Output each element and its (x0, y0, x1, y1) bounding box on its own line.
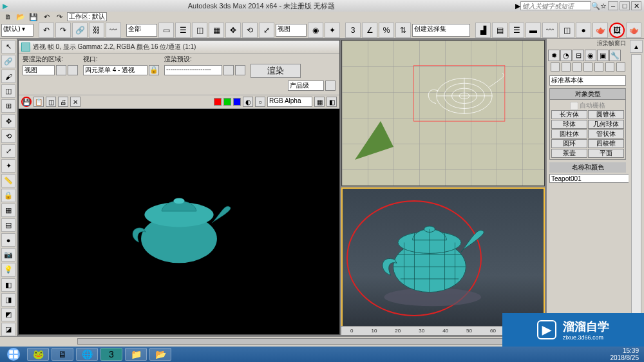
task-explorer-icon[interactable]: 🖥 (52, 348, 73, 361)
autogrid-checkbox[interactable] (570, 102, 578, 110)
primitive-button-2[interactable]: 球体 (551, 120, 587, 129)
lights-icon[interactable] (573, 62, 582, 71)
link-button[interactable]: 🔗 (72, 23, 88, 38)
object-type-header[interactable]: 对象类型 (550, 89, 625, 100)
angle-snap-button[interactable]: ∠ (362, 23, 377, 38)
panel-scrollbar[interactable] (631, 54, 641, 322)
bind-spacewarp-button[interactable]: 〰 (106, 23, 121, 38)
clear-button[interactable]: ✕ (70, 97, 80, 107)
misc1-icon[interactable]: ◧ (1, 278, 15, 292)
primitive-button-1[interactable]: 圆锥体 (588, 110, 624, 119)
iterative-icon[interactable] (325, 81, 336, 91)
curve-editor-button[interactable]: 〰 (542, 23, 558, 38)
unlink-button[interactable]: ⛓ (89, 23, 104, 38)
misc4-icon[interactable]: ◪ (1, 323, 15, 336)
save-icon[interactable]: 💾 (28, 12, 39, 22)
infocenter-arrow-icon[interactable]: ▶ (515, 2, 520, 10)
env-icon[interactable] (235, 65, 245, 75)
region-auto-button[interactable] (56, 65, 66, 75)
material-editor-button[interactable]: ● (576, 23, 591, 38)
system-clock[interactable]: 15:39 2018/8/25 (611, 347, 642, 361)
mirror-button[interactable]: ▟ (475, 23, 491, 38)
start-button[interactable] (3, 347, 24, 361)
spacewarps-icon[interactable] (605, 62, 614, 71)
layer-manager-button[interactable]: ☰ (509, 23, 524, 38)
scroll-up-icon[interactable]: ▲ (630, 40, 643, 53)
select-rotate-button[interactable]: ⟲ (242, 23, 258, 38)
r-channel-button[interactable] (214, 98, 222, 106)
area-to-render-dropdown[interactable]: 视图 (23, 65, 55, 75)
monochrome-button[interactable]: ○ (255, 97, 265, 107)
select-object-button[interactable]: ▭ (158, 23, 174, 38)
ref-coord-dropdown[interactable]: 视图 (276, 24, 307, 37)
camera-icon[interactable]: 📷 (1, 248, 15, 262)
redo-icon[interactable]: ↷ (54, 12, 64, 22)
render-window-tab-label[interactable]: 渲染帧窗口 (547, 39, 629, 48)
name-color-header[interactable]: 名称和颜色 (549, 162, 626, 173)
misc3-icon[interactable]: ◩ (1, 308, 15, 321)
render-button[interactable]: 渲染 (251, 64, 301, 78)
rotate-tool-icon[interactable]: ⟲ (1, 129, 15, 143)
percent-snap-button[interactable]: % (379, 23, 394, 38)
paint-tool-icon[interactable]: 🖌 (1, 70, 15, 83)
primitive-button-5[interactable]: 管状体 (588, 129, 624, 138)
ribbon-toggle-button[interactable]: ▬ (526, 23, 541, 38)
subcategory-dropdown[interactable]: 标准基本体 (549, 75, 626, 86)
close-button[interactable]: ✕ (631, 1, 641, 10)
clone-window-button[interactable]: ◫ (46, 97, 56, 107)
copy-image-button[interactable]: 📋 (33, 97, 44, 107)
task-folder-icon[interactable]: 📂 (149, 348, 171, 361)
undo-icon[interactable]: ↶ (41, 12, 52, 22)
display-tab[interactable]: ▣ (597, 50, 609, 61)
geometry-icon[interactable] (551, 62, 560, 71)
select-manipulate-button[interactable]: ✦ (325, 23, 340, 38)
region-edit-button[interactable] (68, 65, 78, 75)
render-production-button[interactable]: 🫖 (626, 23, 641, 38)
lock-selection-icon[interactable]: 🔒 (1, 189, 15, 202)
minimize-button[interactable]: – (608, 1, 618, 10)
motion-tab[interactable]: ◉ (585, 50, 596, 61)
named-selset-dropdown[interactable]: 创建选择集 (412, 24, 470, 37)
maximize-button[interactable]: □ (620, 1, 630, 10)
window-crossing-button[interactable]: ▦ (209, 23, 224, 38)
channel-dropdown[interactable]: RGB Alpha (267, 97, 312, 107)
schematic-view-button[interactable]: ◫ (559, 23, 574, 38)
task-chrome-icon[interactable]: 🌐 (76, 348, 98, 361)
viewport-lock-button[interactable]: 🔒 (149, 65, 159, 75)
signin-icon[interactable]: ☆ (600, 2, 607, 10)
region-tool-icon[interactable]: ◫ (1, 84, 15, 98)
snap-tool-icon[interactable]: ⊞ (1, 99, 15, 113)
manip-tool-icon[interactable]: ✦ (1, 159, 15, 173)
render-setup-icon[interactable] (223, 65, 234, 75)
g-channel-button[interactable] (223, 98, 231, 106)
selection-set-dropdown[interactable]: (默认) ▾ (1, 24, 33, 37)
systems-icon[interactable] (616, 62, 625, 71)
pivot-center-button[interactable]: ◉ (308, 23, 323, 38)
render-preset-dropdown[interactable]: --------------------- (164, 65, 222, 75)
viewport-dropdown[interactable]: 四元菜单 4 - 透视 (83, 65, 147, 75)
render-frame-window-button[interactable]: 🖼 (609, 23, 625, 38)
select-by-name-button[interactable]: ☰ (175, 23, 191, 38)
open-icon[interactable]: 📂 (15, 12, 26, 22)
new-icon[interactable]: 🗎 (3, 12, 13, 22)
cameras-icon[interactable] (583, 62, 592, 71)
align-icon[interactable]: ▤ (1, 218, 15, 232)
production-dropdown[interactable]: 产品级 (288, 81, 324, 91)
misc2-icon[interactable]: ◨ (1, 293, 15, 307)
b-channel-button[interactable] (233, 98, 241, 106)
task-files-icon[interactable]: 📁 (125, 348, 147, 361)
redo-button[interactable]: ↷ (55, 23, 71, 38)
search-icon[interactable]: 🔍 (591, 2, 600, 10)
create-tab[interactable]: ✹ (548, 50, 560, 61)
object-name-input[interactable] (549, 174, 629, 183)
primitive-button-3[interactable]: 几何球体 (588, 120, 624, 129)
print-button[interactable]: 🖨 (58, 97, 68, 107)
move-tool-icon[interactable]: ✥ (1, 114, 15, 128)
primitive-button-9[interactable]: 平面 (588, 149, 624, 158)
selection-filter-dropdown[interactable]: 全部 (126, 24, 157, 37)
primitive-button-7[interactable]: 四棱锥 (588, 139, 624, 148)
utilities-tab[interactable]: 🔧 (609, 50, 621, 61)
shapes-icon[interactable] (562, 62, 571, 71)
primitive-button-8[interactable]: 茶壶 (551, 149, 587, 158)
measure-tool-icon[interactable]: 📏 (1, 174, 15, 187)
